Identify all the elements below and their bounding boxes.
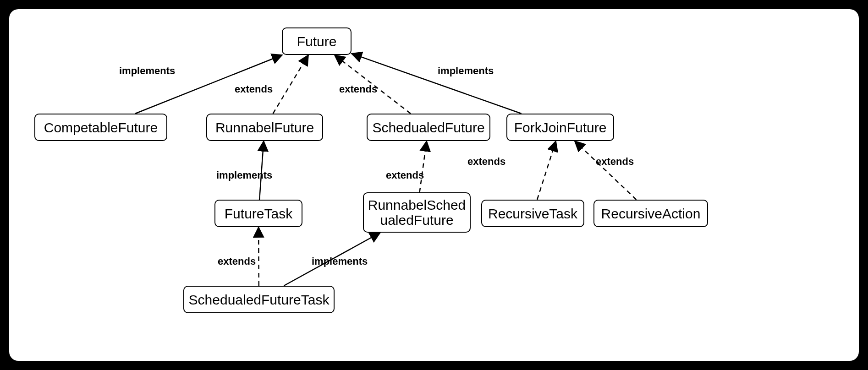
- edge-e6: [420, 141, 427, 192]
- edge-label-e1: implements: [119, 65, 175, 77]
- diagram-canvas: FutureCompetableFutureRunnabelFutureSche…: [9, 9, 859, 361]
- node-schedualedFutureTask: SchedualedFutureTask: [183, 286, 335, 313]
- edge-label-e10: implements: [312, 256, 368, 267]
- node-runnabelSchedualedFuture: RunnabelSched ualedFuture: [363, 192, 471, 233]
- node-runnabelFuture: RunnabelFuture: [206, 114, 323, 141]
- node-forkJoinFuture: ForkJoinFuture: [506, 114, 614, 141]
- node-futureTask: FutureTask: [214, 200, 302, 227]
- edge-e2: [273, 55, 308, 114]
- node-competableFuture: CompetableFuture: [34, 114, 167, 141]
- edge-label-e2: extends: [235, 83, 273, 95]
- node-recursiveAction: RecursiveAction: [593, 200, 708, 227]
- edge-label-e7: extends: [467, 156, 505, 168]
- edge-label-e4: implements: [438, 65, 494, 77]
- edge-e8: [575, 141, 636, 200]
- edge-label-e5: implements: [216, 169, 272, 181]
- edge-label-e9: extends: [218, 256, 256, 267]
- edge-label-e6: extends: [386, 169, 424, 181]
- edge-label-e3: extends: [339, 83, 377, 95]
- node-schedualedFuture: SchedualedFuture: [367, 114, 490, 141]
- edge-label-e8: extends: [596, 156, 634, 168]
- node-recursiveTask: RecursiveTask: [481, 200, 584, 227]
- edge-e9: [258, 227, 259, 286]
- edges-layer: [9, 9, 859, 361]
- edge-e7: [537, 141, 556, 200]
- node-future: Future: [282, 27, 352, 55]
